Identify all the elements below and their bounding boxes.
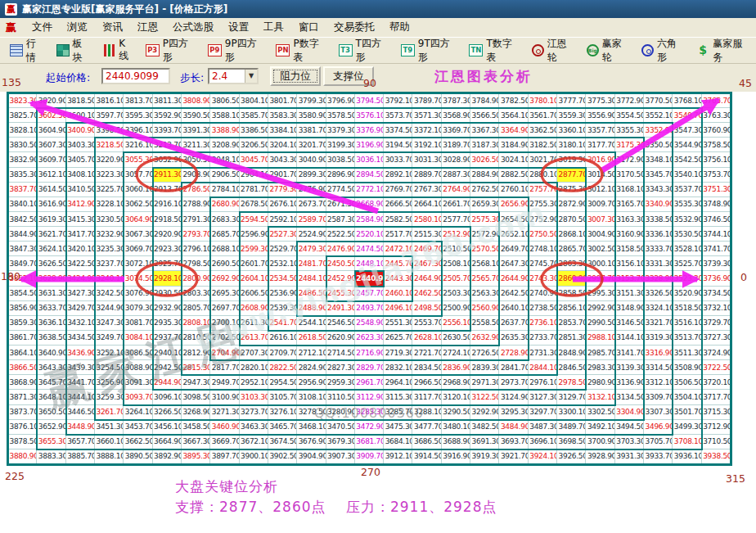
- gann-cell: 2688.10: [210, 242, 239, 256]
- control-bar: 起始价格: 2440.9099 步长: 2.4 ▼ 阻力位 支撑位 江恩图表分析: [0, 64, 756, 92]
- gann-cell: 3367.30: [470, 123, 499, 138]
- gann-cell: 2767.30: [412, 183, 441, 197]
- gann-cell: 3864.10: [8, 346, 37, 360]
- gann-cell: 3691.30: [470, 435, 499, 449]
- gann-cell: 2575.30: [470, 212, 499, 227]
- gann-cell: 3076.90: [124, 287, 152, 301]
- gann-cell: 2923.30: [153, 242, 182, 256]
- gann-cell: 3621.70: [37, 227, 65, 242]
- gann-cell: 2704.90: [210, 346, 239, 360]
- gann-cell: 3540.10: [673, 168, 701, 183]
- gann-cell: 2896.90: [326, 168, 355, 183]
- gann-cell: 2714.50: [326, 346, 355, 360]
- gann-cell: 3715.30: [702, 405, 731, 420]
- gann-cell: 3856.90: [8, 301, 37, 316]
- gann-cell: 3484.90: [499, 420, 528, 435]
- gann-cell: 3384.10: [268, 123, 297, 138]
- gann-cell: 2649.70: [499, 242, 528, 256]
- toolbar-button-5[interactable]: PNP数字表: [270, 34, 332, 67]
- menu-item-1[interactable]: 浏览: [60, 20, 95, 34]
- menu-item-2[interactable]: 资讯: [95, 20, 130, 34]
- resistance-button[interactable]: 阻力位: [270, 66, 321, 86]
- menu-item-0[interactable]: 文件: [25, 20, 60, 34]
- gann-cell: 2810.50: [182, 331, 210, 346]
- gann-cell: 2644.90: [499, 271, 528, 286]
- chevron-down-icon[interactable]: ▼: [245, 70, 257, 83]
- gann-cell: 3458.50: [182, 420, 210, 435]
- gann-cell: 2858.50: [557, 287, 586, 301]
- gann-cell: 3115.30: [384, 390, 412, 404]
- toolbar-button-0[interactable]: 行情: [4, 34, 51, 67]
- gann-cell: 3398.50: [95, 123, 124, 138]
- gann-cell: 2983.30: [586, 360, 614, 375]
- gann-cell: 3168.10: [615, 183, 644, 197]
- toolbar-button-1[interactable]: 板块: [51, 34, 97, 67]
- gann-cell: 3235.30: [95, 242, 124, 256]
- gann-cell: 3110.50: [326, 390, 355, 404]
- toolbar-button-12[interactable]: $赢家服务: [691, 34, 756, 67]
- gann-cell: 2462.50: [412, 287, 441, 301]
- gann-cell: 3182.50: [529, 138, 557, 152]
- menu-item-3[interactable]: 江恩: [130, 20, 165, 34]
- gann-cell: 3674.50: [268, 435, 297, 449]
- title-bar: 赢 赢家江恩专业版[赢家服务平台] - [价格正方形]: [0, 0, 756, 18]
- gann-cell: 2671.30: [326, 197, 355, 212]
- menu-item-9[interactable]: 帮助: [382, 20, 417, 34]
- gann-cell: 3849.70: [8, 256, 37, 271]
- gann-cell: 3756.10: [702, 152, 731, 167]
- gann-cell: 2592.10: [268, 212, 297, 227]
- gann-cell: 2721.70: [412, 346, 441, 360]
- menu-item-5[interactable]: 设置: [221, 20, 256, 34]
- toolbar-button-9[interactable]: 江恩轮: [526, 34, 581, 67]
- gann-cell: 3739.30: [702, 256, 731, 271]
- menu-item-8[interactable]: 交易委托: [326, 20, 382, 34]
- gann-cell: 2448.10: [355, 256, 384, 271]
- gann-cell: 3928.90: [586, 449, 614, 464]
- gann-cell: 2551.30: [384, 316, 412, 331]
- gann-cell: 3146.50: [615, 316, 644, 331]
- gann-cell: 3619.30: [37, 212, 65, 227]
- gann-cell: 2529.70: [268, 242, 297, 256]
- angle-label-135: 135: [2, 76, 21, 88]
- toolbar-button-6[interactable]: T3T四方形: [333, 34, 395, 67]
- gann-cell: 3228.10: [95, 197, 124, 212]
- gann-cell: 3859.30: [8, 316, 37, 331]
- gann-cell: 2733.70: [529, 331, 557, 346]
- gann-cell: 2498.50: [412, 301, 441, 316]
- gann-cell: 2992.90: [586, 301, 614, 316]
- start-price-input[interactable]: 2440.9099: [101, 68, 170, 84]
- menu-item-4[interactable]: 公式选股: [165, 20, 221, 34]
- gann-cell: 3506.50: [673, 375, 701, 390]
- gann-cell: 2582.50: [384, 212, 412, 227]
- menu-item-7[interactable]: 窗口: [291, 20, 326, 34]
- toolbar-button-3[interactable]: P3P四方形: [140, 34, 202, 67]
- gann-cell: 2796.10: [182, 242, 210, 256]
- gann-cell: 2892.10: [384, 168, 412, 183]
- gann-cell: 2959.30: [326, 375, 355, 390]
- toolbar-button-8[interactable]: TNT数字表: [463, 34, 525, 67]
- gann-cell: 3014.50: [586, 168, 614, 183]
- gann-cell: 3019.30: [557, 152, 586, 167]
- toolbar-button-4[interactable]: P99P四方形: [202, 34, 271, 67]
- gann-cell: 2824.90: [297, 360, 326, 375]
- gann-cell: 2656.90: [499, 197, 528, 212]
- gann-cell: 3880.90: [8, 449, 37, 464]
- gann-cell: 3405.70: [66, 152, 95, 167]
- gann-cell: 2956.90: [297, 375, 326, 390]
- gann-cell: 3878.50: [8, 435, 37, 449]
- toolbar-button-7[interactable]: T99T四方形: [395, 34, 464, 67]
- gann-cell: 3854.50: [8, 287, 37, 301]
- toolbar-button-2[interactable]: K线: [97, 35, 140, 65]
- gann-cell: 2834.50: [412, 360, 441, 375]
- toolbar-button-11[interactable]: 六角形: [636, 34, 691, 67]
- gann-cell: 3842.50: [8, 212, 37, 227]
- step-combobox[interactable]: 2.4 ▼: [208, 68, 259, 84]
- gann-cell: 3091.30: [124, 375, 152, 390]
- gann-cell: 2580.10: [412, 212, 441, 227]
- gann-cell: 2764.90: [442, 183, 470, 197]
- gann-cell: 2587.30: [326, 212, 355, 227]
- gann-cell: 3321.70: [644, 316, 673, 331]
- menu-item-6[interactable]: 工具: [256, 20, 291, 34]
- toolbar-button-10[interactable]: Big赢家轮: [581, 34, 636, 67]
- gann-cell: 3820.90: [37, 93, 65, 108]
